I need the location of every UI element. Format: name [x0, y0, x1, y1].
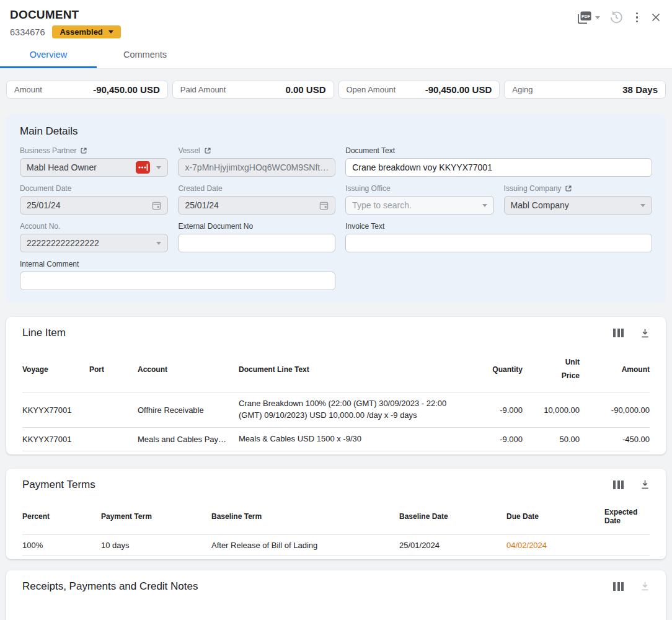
vessel-field: Vessel x-7pMnHjyjimtxgHOq6WC0M9SNft… [178, 146, 335, 177]
external-document-no-label: External Document No [178, 222, 335, 231]
main-details-title: Main Details [20, 125, 652, 138]
receipts-section: Receipts, Payments and Credit Notes Docu… [6, 570, 666, 620]
download-icon[interactable] [639, 479, 651, 490]
aging-value: 38 Days [622, 84, 658, 95]
col-percent: Percent [22, 512, 96, 521]
payment-terms-row[interactable]: 100% 10 days After Release of Bill of La… [22, 535, 650, 556]
chevron-down-icon [640, 204, 645, 207]
created-date-label: Created Date [178, 184, 335, 193]
main-details-panel: Main Details Business Partner Mabl Head … [6, 115, 666, 303]
paid-amount-value: 0.00 USD [285, 84, 325, 95]
line-item-row[interactable]: KKYYX77001 Meals and Cables Pay… Meals &… [22, 428, 650, 451]
invoice-text-input[interactable] [345, 234, 652, 252]
receipts-title: Receipts, Payments and Credit Notes [22, 580, 198, 593]
col-amount: Amount [585, 365, 650, 374]
issuing-company-label: Issuing Company [504, 184, 562, 193]
close-icon [651, 12, 661, 22]
history-button [609, 11, 623, 24]
line-item-section: Line Item Voyage Port Account Document L… [6, 317, 666, 454]
open-amount-label: Open Amount [347, 85, 396, 94]
pdf-export-button[interactable]: PDF [575, 10, 600, 25]
column-settings-icon[interactable] [613, 582, 624, 591]
col-baseline-date: Baseline Date [399, 512, 502, 521]
open-amount-value: -90,450.00 USD [425, 84, 492, 95]
column-settings-icon[interactable] [613, 480, 624, 489]
invoice-text-field: Invoice Text [345, 222, 652, 252]
created-date-input: 25/01/24 [178, 196, 335, 215]
kebab-menu-icon[interactable] [632, 11, 642, 24]
issuing-company-select: Mabl Company [504, 196, 652, 215]
aging-card: Aging 38 Days [504, 81, 666, 99]
chevron-down-icon[interactable] [595, 16, 600, 19]
col-document-line-text: Document Line Text [239, 365, 466, 374]
business-partner-select: Mabl Head Owner [20, 158, 168, 177]
document-text-input[interactable] [345, 158, 652, 177]
paid-amount-label: Paid Amount [180, 85, 226, 94]
document-date-label: Document Date [20, 184, 168, 193]
created-date-field: Created Date 25/01/24 [178, 184, 335, 215]
payment-terms-title: Payment Terms [22, 479, 95, 491]
account-no-select: 222222222222222 [20, 234, 168, 252]
due-date-value: 04/02/2024 [506, 541, 599, 550]
receipts-header-row: Document No Document Date Document Type … [22, 598, 650, 620]
column-settings-icon[interactable] [613, 329, 624, 337]
close-button[interactable] [651, 12, 661, 22]
col-account: Account [138, 365, 234, 374]
document-text-label: Document Text [345, 146, 652, 155]
internal-comment-label: Internal Comment [20, 260, 335, 268]
credit-block-icon [136, 161, 150, 174]
external-document-no-field: External Document No [178, 222, 335, 252]
document-date-input: 25/01/24 [20, 196, 168, 215]
col-expected-date: Expected Date [604, 508, 650, 525]
aging-label: Aging [512, 85, 533, 94]
issuing-office-label: Issuing Office [345, 184, 493, 193]
paid-amount-card: Paid Amount 0.00 USD [172, 81, 334, 99]
internal-comment-input[interactable] [20, 272, 335, 290]
col-due-date: Due Date [506, 512, 599, 521]
tab-overview[interactable]: Overview [0, 43, 97, 68]
history-icon [609, 11, 623, 24]
external-link-icon[interactable] [204, 147, 211, 154]
line-item-row[interactable]: KKYYX77001 Offhire Receivable Crane Brea… [22, 392, 650, 428]
external-link-icon[interactable] [80, 147, 87, 154]
line-item-title: Line Item [22, 327, 66, 339]
external-document-no-input[interactable] [178, 234, 335, 252]
vessel-label: Vessel [178, 146, 200, 155]
col-payment-term: Payment Term [101, 512, 206, 521]
line-item-header-row: Voyage Port Account Document Line Text Q… [22, 344, 650, 392]
summary-cards: Amount -90,450.00 USD Paid Amount 0.00 U… [6, 81, 666, 99]
col-unit-price: Unit Price [559, 356, 580, 383]
issuing-company-field: Issuing Company Mabl Company [504, 184, 652, 215]
document-number: 6334676 [10, 27, 45, 37]
chevron-down-icon [482, 204, 487, 207]
issuing-office-select[interactable]: Type to search. [345, 196, 493, 215]
document-date-field: Document Date 25/01/24 [20, 184, 168, 215]
business-partner-label: Business Partner [20, 146, 76, 155]
amount-card: Amount -90,450.00 USD [6, 81, 168, 99]
chevron-down-icon [156, 242, 161, 245]
svg-text:PDF: PDF [581, 14, 591, 19]
amount-value: -90,450.00 USD [93, 84, 160, 95]
page-title: DOCUMENT [10, 8, 662, 22]
issuing-office-field: Issuing Office Type to search. [345, 184, 493, 215]
download-icon [639, 580, 651, 592]
internal-comment-field: Internal Comment [20, 260, 335, 290]
open-amount-card: Open Amount -90,450.00 USD [338, 81, 500, 99]
business-partner-field: Business Partner Mabl Head Owner [20, 146, 168, 177]
external-link-icon[interactable] [565, 185, 572, 192]
col-port: Port [89, 365, 133, 374]
vessel-input: x-7pMnHjyjimtxgHOq6WC0M9SNft… [178, 158, 335, 177]
payment-terms-section: Payment Terms Percent Payment Term Basel… [6, 469, 666, 559]
status-dropdown[interactable]: Assembled [52, 25, 120, 38]
col-voyage: Voyage [22, 365, 84, 374]
col-baseline-term: Baseline Term [211, 512, 394, 521]
tab-bar: Overview Comments [0, 43, 672, 68]
tab-comments[interactable]: Comments [97, 43, 193, 68]
account-no-label: Account No. [20, 222, 168, 231]
pdf-icon: PDF [575, 10, 592, 25]
download-icon[interactable] [639, 327, 651, 339]
dialog-header: DOCUMENT 6334676 Assembled PDF [0, 0, 672, 69]
invoice-text-label: Invoice Text [345, 222, 652, 231]
account-no-field: Account No. 222222222222222 [20, 222, 168, 252]
calendar-icon [319, 201, 329, 210]
